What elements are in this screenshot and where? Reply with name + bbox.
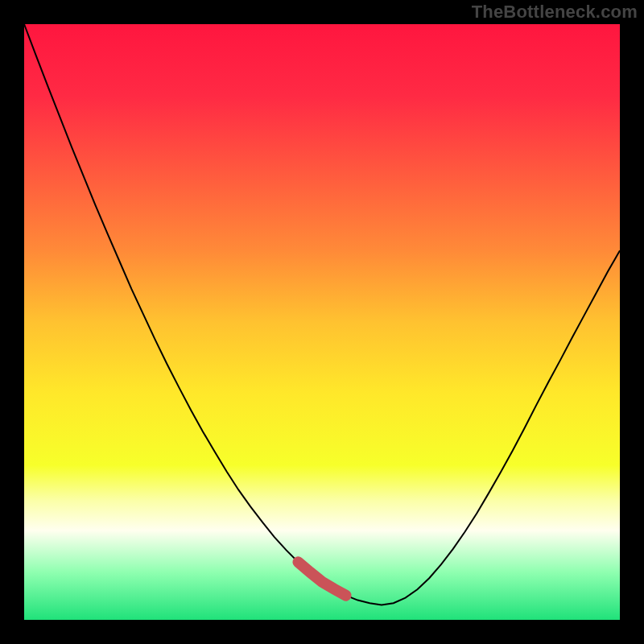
plot-area <box>24 24 620 620</box>
watermark-text: TheBottleneck.com <box>472 2 638 23</box>
background-gradient <box>24 24 620 620</box>
chart-frame: TheBottleneck.com <box>0 0 644 644</box>
plot-svg <box>24 24 620 620</box>
